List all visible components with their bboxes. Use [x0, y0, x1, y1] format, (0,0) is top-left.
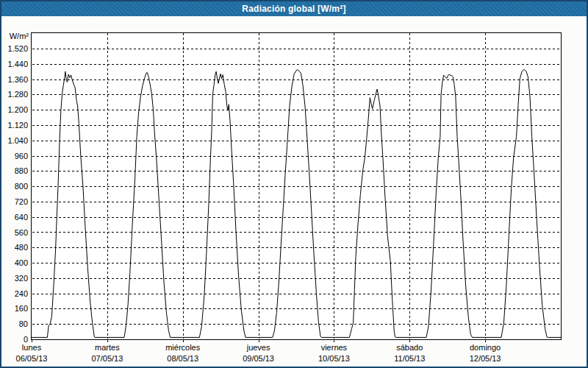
- y-tick-label: 880: [15, 166, 28, 175]
- day-date-label: 12/05/13: [470, 354, 501, 363]
- y-tick-label: 560: [15, 228, 28, 237]
- x-axis-labels: lunes06/05/13martes07/05/13miércoles08/0…: [16, 343, 501, 363]
- day-name-label: miércoles: [165, 343, 201, 352]
- y-tick-label: 1.040: [7, 136, 28, 145]
- y-tick-label: 320: [15, 274, 28, 283]
- day-date-label: 10/05/13: [318, 354, 350, 363]
- y-tick-label: 800: [15, 182, 28, 191]
- y-tick-label: 1.120: [7, 121, 28, 130]
- day-date-label: 11/05/13: [394, 354, 425, 363]
- day-date-label: 08/05/13: [167, 354, 198, 363]
- y-tick-label: 640: [15, 213, 28, 222]
- y-tick-label: 1.520: [7, 44, 28, 53]
- day-name-label: jueves: [246, 343, 270, 352]
- day-name-label: lunes: [22, 343, 42, 352]
- y-tick-label: 240: [15, 289, 28, 298]
- day-name-label: martes: [95, 343, 120, 352]
- y-tick-label: 960: [15, 152, 28, 160]
- y-tick-label: 720: [15, 197, 28, 206]
- y-tick-label: 480: [15, 243, 28, 252]
- app-window: Radiación global [W/m²] W/m²1.5201.4401.…: [0, 0, 588, 368]
- y-tick-label: 1.440: [7, 60, 28, 68]
- y-tick-label: 1.200: [7, 105, 28, 114]
- day-date-label: 06/05/13: [16, 354, 48, 363]
- day-name-label: viernes: [321, 343, 348, 352]
- y-axis-labels: 1.5201.4401.3601.2801.2001.1201.04096088…: [7, 44, 28, 344]
- day-date-label: 09/05/13: [243, 354, 274, 363]
- day-date-label: 07/05/13: [91, 354, 123, 363]
- radiation-chart: W/m²1.5201.4401.3601.2801.2001.1201.0409…: [1, 1, 588, 368]
- y-tick-label: 160: [15, 304, 28, 313]
- day-name-label: sábado: [396, 343, 423, 352]
- y-tick-label: 1.280: [7, 90, 28, 99]
- y-tick-label: 80: [19, 319, 28, 328]
- plot-area: [32, 33, 562, 340]
- y-axis-unit-label: W/m²: [10, 32, 29, 40]
- y-tick-label: 1.360: [7, 75, 28, 84]
- day-name-label: domingo: [470, 343, 501, 352]
- y-tick-label: 400: [15, 258, 28, 267]
